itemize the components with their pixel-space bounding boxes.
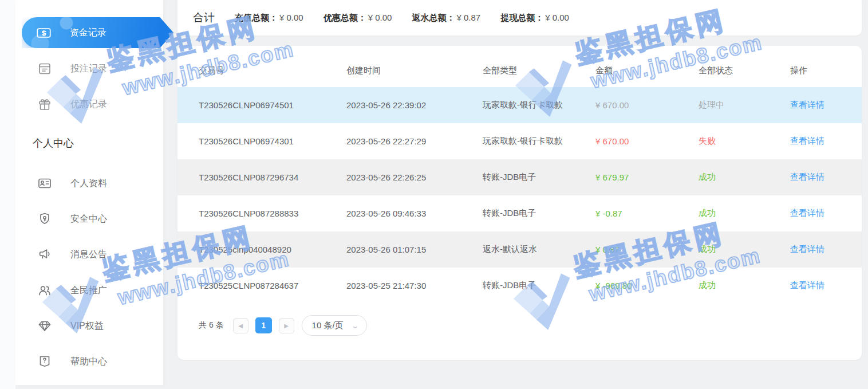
table-row[interactable]: T230526CLNP087288833 2023-05-26 09:46:33… [177, 195, 862, 231]
cell-created-time: 2023-05-25 21:47:30 [346, 281, 483, 290]
money-record-icon [36, 25, 52, 41]
view-details-link[interactable]: 查看详情 [790, 100, 862, 111]
funds-record-table-card: 交易号 创建时间 全部类型 金额 全部状态 操作 T230526CLNP0697… [177, 46, 862, 360]
sidebar-item-label: 额度转换 [70, 0, 107, 1]
cell-status: 成功 [699, 172, 790, 183]
cell-status: 失败 [699, 136, 790, 147]
cell-transaction-id: T230526CLNP06974501 [199, 100, 346, 110]
table-row[interactable]: T230526CLNP087296734 2023-05-26 22:26:25… [177, 159, 862, 195]
page-size-value: 10 条/页 [312, 320, 344, 331]
cell-type: 转账-JDB电子 [483, 208, 595, 219]
announcement-megaphone-icon [37, 247, 52, 262]
cell-created-time: 2023-05-26 01:07:15 [346, 245, 483, 254]
summary-deposit-total: 充值总额：¥ 0.00 [235, 13, 303, 23]
sidebar-item-vip[interactable]: VIP权益 [15, 311, 163, 341]
vip-diamond-icon [37, 319, 52, 333]
view-details-link[interactable]: 查看详情 [790, 136, 862, 147]
header-transaction-id: 交易号 [199, 65, 346, 76]
cell-created-time: 2023-05-26 22:26:25 [346, 172, 483, 182]
summary-title: 合计 [193, 10, 215, 25]
sidebar-item-promotion[interactable]: 全民推广 [15, 276, 163, 305]
table-row[interactable]: T230526CLNP06974301 2023-05-26 22:27:29 … [177, 123, 862, 159]
cell-transaction-id: T230525clnp040048920 [199, 245, 346, 254]
sidebar-item-label: 投注记录 [70, 63, 107, 75]
security-shield-icon [37, 211, 52, 226]
sidebar-item-label: 个人资料 [70, 178, 107, 190]
summary-withdraw-total: 提现总额：¥ 0.00 [500, 13, 569, 23]
table-row[interactable]: T230525clnp040048920 2023-05-26 01:07:15… [177, 231, 862, 268]
cell-type: 返水-默认返水 [483, 244, 595, 255]
cell-transaction-id: T230526CLNP087288833 [199, 209, 346, 218]
sidebar-section-personal-center: 个人中心 [33, 136, 74, 150]
sidebar-item-label: 优惠记录 [70, 99, 107, 111]
sidebar-item-label: 资金记录 [70, 27, 106, 39]
view-details-link[interactable]: 查看详情 [790, 244, 862, 255]
cell-type: 转账-JDB电子 [483, 280, 595, 291]
sidebar: 额度转换 资金记录 投注记录 优惠记录 个人中心 个人资料 [15, 0, 163, 385]
profile-card-icon [37, 176, 52, 191]
cell-amount: ¥ 670.00 [595, 100, 699, 110]
header-actions: 操作 [790, 65, 862, 76]
sidebar-item-cropped[interactable]: 额度转换 [15, 0, 163, 9]
cell-transaction-id: T230526CLNP06974301 [199, 136, 346, 146]
cell-amount: ¥ 670.00 [595, 136, 699, 146]
sidebar-item-promo-record[interactable]: 优惠记录 [15, 89, 163, 119]
summary-promo-total: 优惠总额：¥ 0.00 [323, 13, 392, 23]
cell-status: 成功 [699, 280, 790, 291]
view-details-link[interactable]: 查看详情 [790, 280, 862, 291]
header-amount: 金额 [595, 65, 699, 76]
cell-status: 成功 [699, 244, 790, 255]
promotion-people-icon [37, 283, 52, 298]
sidebar-item-label: 全民推广 [70, 285, 107, 297]
cell-transaction-id: T230526CLNP087296734 [199, 172, 346, 182]
chevron-down-icon: ⌄ [350, 321, 359, 330]
prev-arrow-icon: ◀ [238, 323, 243, 329]
pagination: 共 6 条 ◀ 1 ▶ 10 条/页 ⌄ [199, 315, 862, 336]
cell-status: 处理中 [699, 100, 790, 111]
view-details-link[interactable]: 查看详情 [790, 172, 862, 183]
prev-page-button[interactable]: ◀ [233, 318, 248, 333]
left-rail [0, 0, 15, 389]
bet-record-icon [37, 61, 52, 76]
sidebar-item-bet-record[interactable]: 投注记录 [15, 54, 163, 84]
promo-record-icon [37, 97, 52, 112]
sidebar-item-security[interactable]: 安全中心 [15, 204, 163, 234]
header-status-filter[interactable]: 全部状态 [699, 65, 790, 76]
summary-rebate-total: 返水总额：¥ 0.87 [412, 13, 480, 23]
table-row[interactable]: T230526CLNP06974501 2023-05-26 22:39:02 … [177, 87, 862, 123]
header-type-filter[interactable]: 全部类型 [483, 65, 595, 76]
next-arrow-icon: ▶ [284, 323, 289, 329]
sidebar-item-help[interactable]: 帮助中心 [15, 347, 163, 376]
cell-transaction-id: T230525CLNP087284637 [199, 281, 346, 290]
help-question-icon [37, 354, 52, 369]
page-number-button[interactable]: 1 [255, 317, 272, 333]
cell-status: 成功 [699, 208, 790, 219]
cell-amount: ¥ 0.87 [595, 245, 699, 254]
cell-amount: ¥ -0.87 [595, 209, 699, 218]
cell-type: 转账-JDB电子 [483, 172, 595, 183]
table-row[interactable]: T230525CLNP087284637 2023-05-25 21:47:30… [177, 268, 862, 304]
pagination-total: 共 6 条 [199, 320, 224, 331]
sidebar-item-profile[interactable]: 个人资料 [15, 168, 163, 198]
sidebar-item-announcements[interactable]: 消息公告 [15, 239, 163, 269]
sidebar-item-label: 安全中心 [70, 213, 107, 225]
sidebar-item-funds-record[interactable]: 资金记录 [22, 17, 173, 48]
cell-created-time: 2023-05-26 22:27:29 [346, 136, 483, 146]
page-size-select[interactable]: 10 条/页 ⌄ [302, 315, 367, 336]
cell-type: 玩家取款-银行卡取款 [483, 136, 595, 147]
cell-amount: ¥ 679.97 [595, 172, 699, 182]
sidebar-item-label: 帮助中心 [70, 356, 107, 368]
header-created-time: 创建时间 [346, 65, 483, 76]
cell-created-time: 2023-05-26 09:46:33 [346, 209, 483, 218]
cell-amount: ¥ -969.80 [595, 281, 699, 290]
summary-card: 合计 充值总额：¥ 0.00 优惠总额：¥ 0.00 返水总额：¥ 0.87 提… [177, 0, 862, 36]
cell-type: 玩家取款-银行卡取款 [483, 100, 595, 111]
sidebar-item-label: VIP权益 [70, 320, 104, 332]
sidebar-item-label: 消息公告 [70, 249, 107, 261]
wallet-icon [37, 0, 52, 2]
cell-created-time: 2023-05-26 22:39:02 [346, 100, 483, 110]
next-page-button[interactable]: ▶ [279, 318, 294, 333]
view-details-link[interactable]: 查看详情 [790, 208, 862, 219]
table-header-row: 交易号 创建时间 全部类型 金额 全部状态 操作 [177, 54, 862, 87]
